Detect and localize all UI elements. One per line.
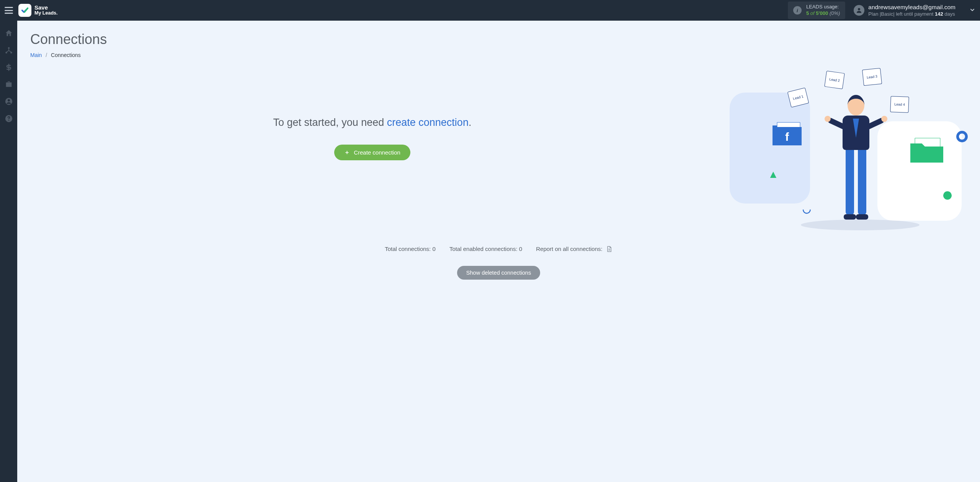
brand-line1: Save	[34, 4, 48, 11]
page-title: Connections	[30, 31, 967, 47]
account-block[interactable]: andrewsavemyleads@gmail.com Plan |Basic|…	[854, 3, 956, 17]
show-deleted-button[interactable]: Show deleted connections	[457, 266, 540, 280]
sidebar-item-home[interactable]	[5, 29, 13, 39]
brand-logo[interactable]: Save My Leads.	[18, 4, 57, 17]
leads-usage-label: LEADS usage:	[806, 4, 840, 10]
sidebar-item-billing[interactable]	[5, 64, 13, 72]
leads-usage-box[interactable]: i LEADS usage: 5 of 5'000 (0%)	[788, 2, 845, 19]
plus-icon: ＋	[344, 149, 350, 156]
leads-of: of	[810, 10, 815, 16]
create-connection-link[interactable]: create connection	[387, 117, 469, 128]
svg-point-1	[8, 47, 10, 49]
stat-enabled-value: 0	[519, 246, 522, 252]
empty-state-illustration: ▲ ◡ Lead 1 Lead 2 Lead 3 Lead 4 f	[730, 70, 967, 230]
account-email: andrewsavemyleads@gmail.com	[868, 3, 956, 11]
leads-used-value: 5	[806, 10, 809, 16]
sidebar-item-account[interactable]	[5, 97, 13, 107]
logo-mark-icon	[18, 4, 31, 17]
create-connection-label: Create connection	[354, 149, 400, 156]
empty-state: To get started, you need create connecti…	[30, 70, 714, 160]
account-plan: Plan |Basic| left until payment 142 days	[868, 11, 956, 17]
breadcrumb-current: Connections	[51, 52, 81, 58]
leads-quota-value: 5'000	[816, 10, 828, 16]
breadcrumb-main[interactable]: Main	[30, 52, 42, 58]
sidebar-item-connections[interactable]	[5, 46, 13, 56]
svg-point-7	[8, 120, 9, 120]
brand-text: Save My Leads.	[34, 5, 57, 16]
menu-toggle-icon[interactable]	[5, 7, 13, 14]
main-content: Connections Main / Connections To get st…	[17, 21, 980, 290]
sidebar	[0, 21, 17, 482]
leads-usage-text: LEADS usage: 5 of 5'000 (0%)	[806, 4, 840, 17]
info-icon: i	[793, 6, 802, 15]
create-connection-button[interactable]: ＋ Create connection	[334, 145, 410, 160]
topbar: Save My Leads. i LEADS usage: 5 of 5'000…	[0, 0, 980, 21]
brand-line2: My Leads.	[34, 11, 57, 16]
empty-state-text: To get started, you need create connecti…	[30, 116, 714, 130]
svg-point-0	[858, 8, 860, 10]
account-dropdown-icon[interactable]	[969, 7, 975, 14]
breadcrumb: Main / Connections	[30, 52, 967, 58]
stat-enabled: Total enabled connections: 0	[449, 246, 522, 252]
breadcrumb-sep: /	[46, 52, 47, 58]
sidebar-item-work[interactable]	[5, 80, 13, 90]
svg-text:f: f	[785, 130, 789, 143]
sidebar-item-help[interactable]	[5, 114, 13, 124]
stat-report: Report on all connections:	[536, 246, 612, 254]
avatar-icon	[854, 5, 864, 16]
stat-total: Total connections: 0	[385, 246, 436, 252]
leads-pct: (0%)	[830, 10, 840, 16]
svg-point-5	[8, 99, 10, 101]
stat-total-value: 0	[432, 246, 435, 252]
report-download-icon[interactable]	[606, 247, 612, 254]
stats-row: Total connections: 0 Total enabled conne…	[30, 246, 967, 254]
